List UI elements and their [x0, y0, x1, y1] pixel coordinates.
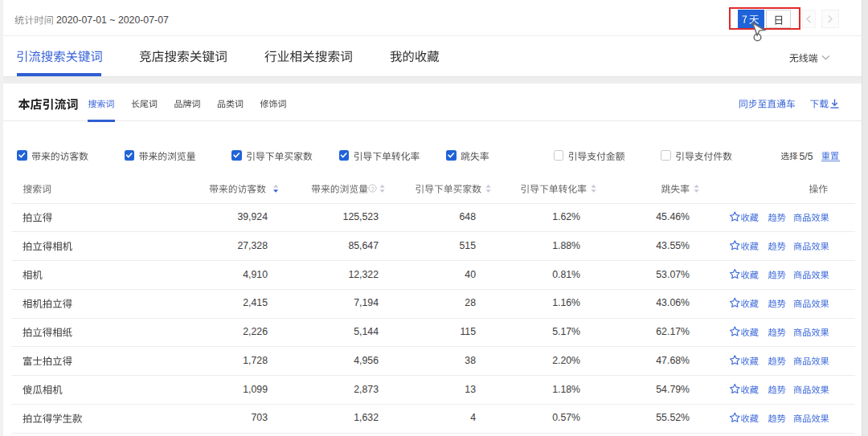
svg-text:?: ? [371, 185, 374, 193]
